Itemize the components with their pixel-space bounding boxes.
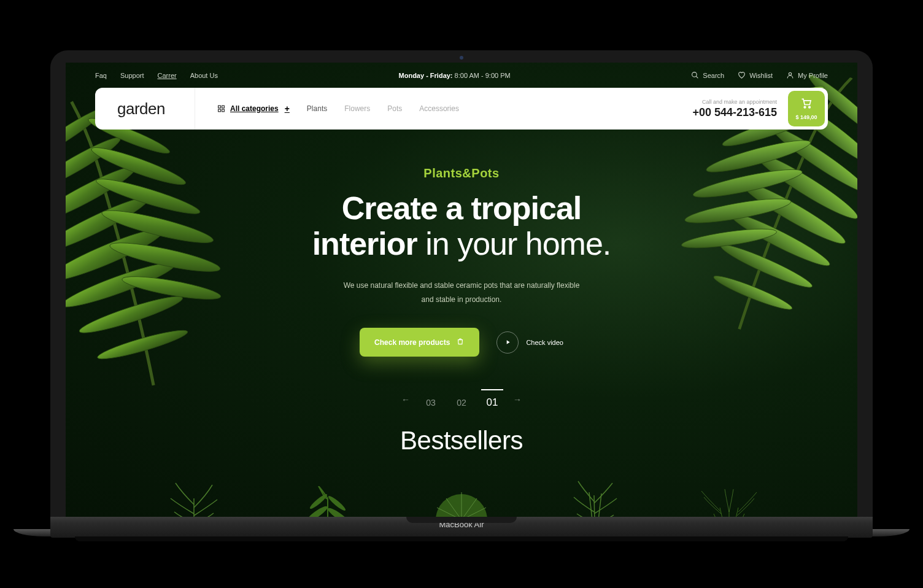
pagination-item-01[interactable]: 01: [482, 390, 502, 409]
search-label: Search: [703, 72, 724, 79]
bestseller-plant-2[interactable]: [285, 474, 371, 517]
bestseller-plant-4[interactable]: [552, 474, 638, 517]
cart-button[interactable]: $ 149,00: [788, 91, 825, 126]
svg-line-29: [696, 76, 698, 78]
video-label: Check video: [526, 339, 563, 346]
topbar: Faq Support Carrer About Us Monday - Fri…: [66, 63, 857, 88]
hero-headline: Create a tropical interior in your home.: [66, 190, 857, 261]
navbar: garden All categories + Plants Flowers P…: [95, 88, 828, 130]
nav-links: All categories + Plants Flowers Pots Acc…: [195, 104, 692, 114]
topbar-left-links: Faq Support Carrer About Us: [95, 72, 218, 79]
hero: Plants&Pots Create a tropical interior i…: [66, 130, 857, 517]
heart-icon: [738, 71, 746, 79]
wishlist-link[interactable]: Wishlist: [738, 71, 773, 79]
nav-link-pots[interactable]: Pots: [387, 104, 402, 113]
bestseller-plant-5[interactable]: [686, 474, 772, 517]
profile-link[interactable]: My Profile: [786, 71, 828, 79]
check-video-link[interactable]: Check video: [496, 331, 563, 354]
sub-line-1: We use natural flexible and stable ceram…: [344, 281, 580, 290]
nav-link-flowers[interactable]: Flowers: [344, 104, 370, 113]
logo[interactable]: garden: [95, 88, 195, 130]
pagination-next[interactable]: →: [513, 395, 522, 404]
bestseller-plant-3[interactable]: [419, 474, 504, 517]
headline-bold-2: interior: [312, 226, 417, 261]
svg-point-28: [692, 72, 697, 77]
svg-rect-33: [218, 109, 221, 112]
search-icon: [691, 71, 699, 79]
svg-point-40: [326, 506, 350, 517]
camera-dot: [460, 56, 463, 60]
pagination-item-03[interactable]: 03: [421, 392, 441, 408]
check-products-button[interactable]: Check more products: [360, 328, 479, 357]
laptop-mockup: Faq Support Carrer About Us Monday - Fri…: [50, 50, 873, 538]
screen: Faq Support Carrer About Us Monday - Fri…: [66, 63, 857, 517]
nav-link-plants[interactable]: Plants: [307, 104, 327, 113]
plus-icon: +: [285, 104, 290, 114]
hours-value: 8:00 AM - 9:00 PM: [455, 72, 511, 79]
contact-block: Call and make an appointment +00 544-213…: [692, 99, 788, 119]
nav-link-accessories[interactable]: Accessories: [419, 104, 459, 113]
grid-icon: [217, 105, 225, 113]
bestsellers-row: [66, 455, 857, 517]
bag-icon: [456, 337, 465, 347]
pagination: ← 03 02 01 →: [66, 390, 857, 409]
contact-label: Call and make an appointment: [692, 99, 777, 105]
bestseller-plant-1[interactable]: [151, 474, 237, 517]
play-icon: [496, 331, 519, 354]
headline-bold-1: Create a tropical: [342, 190, 582, 226]
sub-line-2: and stable in production.: [422, 295, 502, 304]
hours-label: Monday - Friday:: [399, 72, 453, 79]
screen-bezel: Faq Support Carrer About Us Monday - Fri…: [50, 50, 873, 517]
cta-label: Check more products: [374, 338, 450, 347]
headline-rest: in your home.: [417, 226, 611, 261]
svg-point-35: [804, 106, 806, 108]
svg-point-36: [809, 106, 811, 108]
laptop-base: MacBook Air: [50, 517, 873, 538]
hero-subtext: We use natural flexible and stable ceram…: [66, 279, 857, 307]
topbar-link-faq[interactable]: Faq: [95, 72, 107, 79]
all-categories-label: All categories: [230, 104, 279, 113]
profile-label: My Profile: [798, 72, 828, 79]
pagination-prev[interactable]: ←: [401, 395, 410, 404]
topbar-link-carrer[interactable]: Carrer: [158, 72, 177, 79]
cart-total: $ 149,00: [795, 114, 817, 120]
wishlist-label: Wishlist: [749, 72, 773, 79]
hero-eyebrow: Plants&Pots: [66, 166, 857, 180]
cart-icon: [800, 97, 813, 112]
svg-rect-32: [222, 106, 225, 108]
svg-rect-34: [222, 109, 225, 112]
user-icon: [786, 71, 794, 79]
pagination-item-02[interactable]: 02: [452, 392, 471, 408]
contact-phone[interactable]: +00 544-213-615: [692, 106, 777, 119]
laptop-notch: [406, 517, 517, 523]
topbar-link-about[interactable]: About Us: [190, 72, 218, 79]
svg-point-39: [306, 504, 330, 517]
svg-rect-31: [218, 106, 221, 108]
cta-row: Check more products Check video: [66, 328, 857, 357]
topbar-link-support[interactable]: Support: [120, 72, 144, 79]
business-hours: Monday - Friday: 8:00 AM - 9:00 PM: [399, 72, 511, 79]
search-link[interactable]: Search: [691, 71, 724, 79]
topbar-right: Search Wishlist My Profile: [691, 71, 828, 79]
bestsellers-title: Bestsellers: [66, 426, 857, 455]
all-categories-link[interactable]: All categories +: [217, 104, 290, 114]
svg-point-30: [789, 72, 791, 75]
